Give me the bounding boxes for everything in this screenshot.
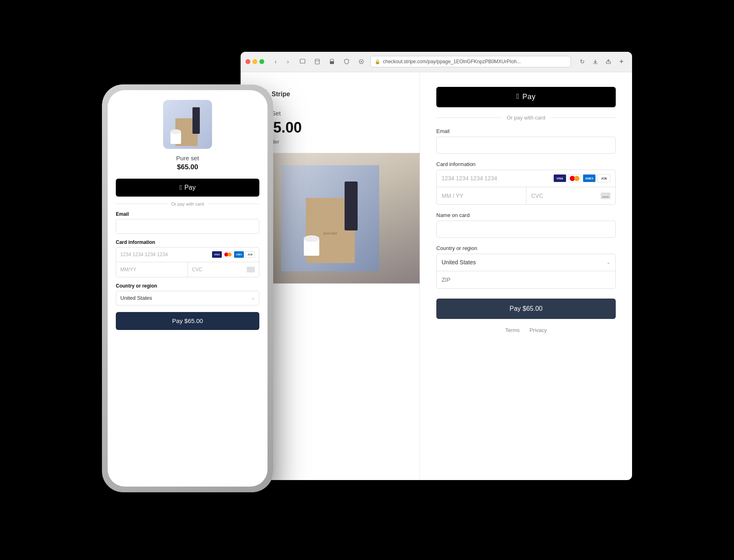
address-bar[interactable]: 🔒 checkout.stripe.com/pay/ppage_1EOlnGFK… bbox=[370, 56, 571, 67]
phone-card-icons: VISA AMEX JCB bbox=[212, 251, 255, 258]
card-icons: VISA AMEX JCB bbox=[553, 174, 610, 182]
product-price: $65.00 bbox=[257, 119, 403, 136]
svg-rect-0 bbox=[300, 59, 305, 63]
phone-product-price: $65.00 bbox=[116, 163, 259, 171]
window-controls bbox=[245, 59, 264, 64]
divider-line-left bbox=[436, 117, 502, 118]
email-label: Email bbox=[436, 128, 616, 134]
phone-country-select[interactable]: United States ⌄ bbox=[116, 291, 259, 305]
phone-expiry-cvc: MM/YY CVC bbox=[116, 262, 259, 277]
shield-button[interactable] bbox=[341, 56, 352, 67]
reload-button[interactable]: ↻ bbox=[577, 56, 588, 67]
product-illustration: powdur bbox=[281, 165, 379, 271]
phone-expiry-field[interactable]: MM/YY bbox=[116, 262, 188, 277]
apple-pay-label: Pay bbox=[522, 93, 536, 101]
back-button[interactable]: ‹ bbox=[270, 56, 281, 67]
phone-screen: Pure set $65.00  Pay Or pay with card bbox=[108, 90, 268, 487]
extension-button[interactable] bbox=[356, 56, 367, 67]
divider: Or pay with card bbox=[436, 115, 616, 121]
phone-card-number-placeholder: 1234 1234 1234 1234 bbox=[120, 252, 212, 257]
download-button[interactable] bbox=[590, 56, 601, 67]
phone-card-box: 1234 1234 1234 1234 VISA AMEX JCB bbox=[116, 247, 259, 277]
product-badge: Pre-order bbox=[257, 139, 403, 145]
email-input[interactable] bbox=[436, 137, 616, 154]
footer-links: Terms Privacy bbox=[436, 327, 616, 333]
tab-button[interactable] bbox=[297, 56, 308, 67]
cvc-card-icon bbox=[601, 193, 610, 199]
amex-icon: AMEX bbox=[583, 174, 596, 182]
terms-link[interactable]: Terms bbox=[505, 327, 520, 333]
phone-jcb-icon: JCB bbox=[245, 251, 255, 258]
phone-wrapper: Pure set $65.00  Pay Or pay with card bbox=[102, 84, 273, 492]
mastercard-icon bbox=[568, 174, 581, 182]
phone-apple-pay-button[interactable]:  Pay bbox=[116, 179, 259, 197]
cvc-field[interactable]: CVC bbox=[526, 187, 616, 204]
stripe-brand: S Stripe bbox=[257, 89, 403, 100]
svg-rect-10 bbox=[345, 182, 358, 230]
zip-input[interactable] bbox=[437, 271, 615, 288]
browser-window: ‹ › 🔒 checkout.stripe.com/pay/ppage_1EOl… bbox=[241, 52, 632, 480]
card-number-row: 1234 1234 1234 1234 VISA AMEX JCB bbox=[437, 170, 615, 187]
minimize-dot[interactable] bbox=[252, 59, 257, 64]
browser-nav: ‹ › bbox=[270, 56, 294, 67]
visa-icon: VISA bbox=[553, 174, 566, 182]
phone-country-value: United States bbox=[120, 295, 152, 301]
brand-name: Stripe bbox=[272, 91, 290, 98]
phone-pay-button[interactable]: Pay $65.00 bbox=[116, 312, 259, 330]
phone-apple-pay-label: Pay bbox=[184, 184, 196, 191]
phone-amex-icon: AMEX bbox=[234, 251, 244, 258]
expiry-field[interactable]: MM / YY bbox=[437, 187, 526, 204]
url-text: checkout.stripe.com/pay/ppage_1EOlnGFKnp… bbox=[383, 59, 521, 64]
email-group: Email bbox=[436, 128, 616, 154]
phone-divider-left bbox=[116, 204, 167, 204]
pay-button[interactable]: Pay $65.00 bbox=[436, 299, 616, 319]
name-input[interactable] bbox=[436, 221, 616, 238]
phone-product-image bbox=[163, 100, 212, 149]
close-dot[interactable] bbox=[245, 59, 250, 64]
phone-visa-icon: VISA bbox=[212, 251, 222, 258]
forward-button[interactable]: › bbox=[282, 56, 294, 67]
country-select-wrapper: United States ⌄ bbox=[436, 254, 616, 289]
apple-pay-button[interactable]:  Pay bbox=[436, 87, 616, 107]
country-value: United States bbox=[442, 259, 606, 266]
card-expiry-cvc-row: MM / YY CVC bbox=[437, 187, 615, 204]
phone-card-info-label: Card information bbox=[116, 239, 259, 245]
privacy-link[interactable]: Privacy bbox=[529, 327, 547, 333]
divider-text: Or pay with card bbox=[507, 115, 546, 121]
country-select[interactable]: United States ⌄ bbox=[437, 254, 615, 271]
apple-icon:  bbox=[516, 92, 519, 101]
phone-apple-icon:  bbox=[179, 184, 182, 191]
new-tab-button[interactable]: + bbox=[616, 56, 627, 67]
svg-text:powdur: powdur bbox=[323, 230, 337, 235]
jcb-icon: JCB bbox=[597, 174, 610, 182]
browser-actions: ↻ + bbox=[577, 56, 627, 67]
svg-rect-4 bbox=[330, 61, 334, 64]
divider-line-right bbox=[550, 117, 616, 118]
chevron-down-icon: ⌄ bbox=[606, 259, 610, 265]
bookmark-button[interactable] bbox=[312, 56, 323, 67]
share-button[interactable] bbox=[603, 56, 614, 67]
phone-product-illustration bbox=[163, 100, 212, 149]
phone-product-name: Pure set bbox=[116, 155, 259, 162]
maximize-dot[interactable] bbox=[259, 59, 264, 64]
name-group: Name on card bbox=[436, 212, 616, 238]
phone-content: Pure set $65.00  Pay Or pay with card bbox=[108, 90, 268, 487]
phone-cvc-field[interactable]: CVC bbox=[188, 262, 259, 277]
product-name: Pure Set bbox=[257, 110, 403, 117]
phone-shell: Pure set $65.00  Pay Or pay with card bbox=[102, 84, 273, 492]
card-info-box: 1234 1234 1234 1234 VISA AMEX JCB bbox=[436, 170, 616, 205]
phone-email-input[interactable] bbox=[116, 219, 259, 234]
name-label: Name on card bbox=[436, 212, 616, 218]
svg-point-17 bbox=[170, 129, 181, 134]
browser-toolbar: ‹ › 🔒 checkout.stripe.com/pay/ppage_1EOl… bbox=[241, 52, 632, 72]
checkout-panel:  Pay Or pay with card Email Card inform… bbox=[420, 72, 632, 480]
phone-card-number-row: 1234 1234 1234 1234 VISA AMEX JCB bbox=[116, 248, 259, 262]
phone-email-label: Email bbox=[116, 211, 259, 217]
svg-point-12 bbox=[304, 235, 319, 242]
phone-cvc-icon bbox=[247, 267, 255, 272]
phone-divider-text: Or pay with card bbox=[171, 201, 204, 206]
phone-mc-icon bbox=[223, 251, 233, 258]
phone-chevron-icon: ⌄ bbox=[251, 295, 255, 301]
card-info-group: Card information 1234 1234 1234 1234 VIS… bbox=[436, 161, 616, 205]
lock-button[interactable] bbox=[326, 56, 338, 67]
